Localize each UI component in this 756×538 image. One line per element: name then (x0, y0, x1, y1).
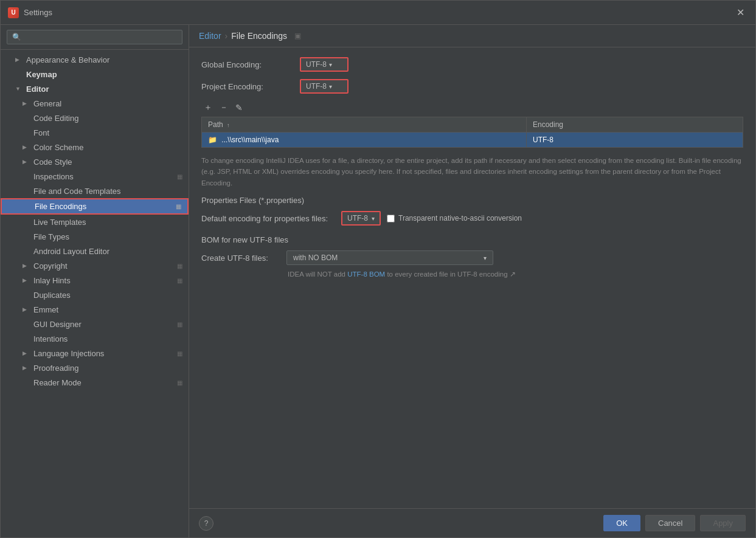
settings-icon: ▦ (177, 263, 182, 269)
sidebar-item-label: Code Style (33, 157, 182, 167)
sidebar-item-duplicates[interactable]: Duplicates (1, 288, 189, 302)
help-button[interactable]: ? (199, 516, 213, 531)
default-encoding-value: UTF-8 (347, 214, 368, 222)
breadcrumb-current: File Encodings (231, 31, 287, 41)
project-encoding-value: UTF-8 (306, 82, 327, 91)
bom-note: IDEA will NOT add UTF-8 BOM to every cre… (201, 270, 743, 278)
default-encoding-select[interactable]: UTF-8 ▾ (341, 211, 381, 226)
cancel-button[interactable]: Cancel (645, 515, 695, 531)
chevron-right-icon: ▶ (23, 263, 31, 269)
sidebar-item-android-layout[interactable]: Android Layout Editor (1, 244, 189, 258)
encoding-cell: UTF-8 (527, 133, 743, 148)
settings-icon: ▦ (176, 203, 181, 210)
sidebar-item-label: Proofreading (33, 364, 182, 373)
settings-icon: ▦ (177, 321, 182, 328)
table-row[interactable]: 📁 ...\\src\\main\\java UTF-8 (202, 133, 743, 148)
folder-icon: 📁 (208, 136, 217, 144)
sidebar-item-font[interactable]: Font (1, 125, 189, 140)
main-content: ▶ Appearance & Behavior Keymap ▼ Editor … (1, 25, 755, 537)
chevron-right-icon: ▶ (15, 57, 24, 63)
ok-button[interactable]: OK (603, 515, 640, 531)
encoding-column-header[interactable]: Encoding (527, 117, 743, 133)
chevron-down-icon: ▼ (15, 86, 24, 92)
project-encoding-label: Project Encoding: (201, 82, 293, 91)
chevron-right-icon: ▶ (23, 350, 31, 356)
chevron-right-icon: ▶ (23, 277, 31, 283)
bom-create-row: Create UTF-8 files: with NO BOM ▾ (201, 250, 743, 265)
sidebar-item-gui-designer[interactable]: GUI Designer ▦ (1, 317, 189, 331)
default-encoding-row: Default encoding for properties files: U… (201, 211, 743, 226)
bottom-left: ? (199, 516, 598, 531)
breadcrumb: Editor › File Encodings ▣ (199, 31, 301, 41)
chevron-right-icon: ▶ (23, 365, 31, 371)
sidebar-item-editor[interactable]: ▼ Editor (1, 81, 189, 96)
sidebar-item-keymap[interactable]: Keymap (1, 67, 189, 81)
sidebar-item-proofreading[interactable]: ▶ Proofreading (1, 360, 189, 375)
sidebar-item-live-templates[interactable]: Live Templates (1, 215, 189, 229)
remove-button[interactable]: － (217, 101, 231, 114)
bom-create-select[interactable]: with NO BOM ▾ (286, 250, 493, 265)
sidebar-item-inlay-hints[interactable]: ▶ Inlay Hints ▦ (1, 273, 189, 288)
sidebar-item-file-encodings[interactable]: File Encodings ▦ (1, 198, 189, 215)
edit-button[interactable]: ✎ (233, 102, 245, 114)
sidebar-item-label: Font (33, 128, 182, 137)
sidebar-item-appearance[interactable]: ▶ Appearance & Behavior (1, 52, 189, 67)
properties-section-title: Properties Files (*.properties) (201, 196, 743, 205)
settings-icon: ▦ (177, 277, 182, 284)
transparent-checkbox-row: Transparent native-to-ascii conversion (387, 214, 522, 222)
dropdown-arrow-icon: ▾ (484, 255, 487, 261)
sidebar-item-label: Language Injections (33, 349, 175, 358)
settings-panel: Editor › File Encodings ▣ Global Encodin… (189, 25, 755, 537)
apply-button[interactable]: Apply (700, 515, 746, 531)
sidebar-item-label: Live Templates (33, 218, 182, 227)
bom-link[interactable]: UTF-8 BOM (347, 271, 385, 278)
global-encoding-label: Global Encoding: (201, 60, 293, 69)
sidebar-item-label: Inspections (33, 172, 175, 181)
app-icon: U (8, 7, 19, 18)
sidebar-item-language-injections[interactable]: ▶ Language Injections ▦ (1, 346, 189, 360)
bom-create-value: with NO BOM (293, 253, 338, 262)
sidebar-item-emmet[interactable]: ▶ Emmet (1, 302, 189, 317)
sidebar-item-label: General (33, 99, 182, 108)
sidebar-item-general[interactable]: ▶ General (1, 96, 189, 111)
sidebar-item-code-editing[interactable]: Code Editing (1, 111, 189, 125)
sidebar-item-intentions[interactable]: Intentions (1, 331, 189, 346)
transparent-checkbox[interactable] (387, 215, 395, 222)
sidebar-item-label: Inlay Hints (33, 276, 175, 285)
sidebar-item-color-scheme[interactable]: ▶ Color Scheme (1, 140, 189, 154)
global-encoding-select[interactable]: UTF-8 ▾ (300, 57, 349, 72)
sidebar-item-copyright[interactable]: ▶ Copyright ▦ (1, 258, 189, 273)
sidebar-item-label: GUI Designer (33, 320, 175, 329)
sidebar-item-label: File Types (33, 232, 182, 241)
project-encoding-select[interactable]: UTF-8 ▾ (300, 79, 349, 94)
title-bar-left: U Settings (8, 7, 52, 18)
sidebar-item-label: Android Layout Editor (33, 247, 182, 256)
bottom-bar: ? OK Cancel Apply (189, 508, 755, 537)
breadcrumb-editor[interactable]: Editor (199, 31, 221, 41)
sidebar-item-reader-mode[interactable]: Reader Mode ▦ (1, 375, 189, 390)
breadcrumb-icon: ▣ (294, 32, 301, 40)
chevron-right-icon: ▶ (23, 306, 31, 312)
global-encoding-value: UTF-8 (306, 60, 327, 69)
global-encoding-row: Global Encoding: UTF-8 ▾ (201, 57, 743, 72)
info-text: To change encoding IntelliJ IDEA uses fo… (201, 155, 743, 188)
sidebar-item-label: File Encodings (35, 202, 173, 211)
sidebar-item-label: Code Editing (33, 114, 182, 123)
close-button[interactable]: ✕ (733, 5, 748, 19)
nav-list: ▶ Appearance & Behavior Keymap ▼ Editor … (1, 50, 189, 537)
sidebar-item-file-code-templates[interactable]: File and Code Templates (1, 184, 189, 198)
add-button[interactable]: ＋ (201, 101, 215, 114)
sidebar-item-code-style[interactable]: ▶ Code Style (1, 154, 189, 169)
sidebar-item-file-types[interactable]: File Types (1, 229, 189, 244)
bom-section: BOM for new UTF-8 files Create UTF-8 fil… (201, 235, 743, 278)
search-input[interactable] (7, 30, 182, 44)
sidebar-item-label: Color Scheme (33, 143, 182, 152)
sidebar-item-label: Emmet (33, 305, 182, 314)
chevron-right-icon: ▶ (23, 144, 31, 150)
path-encoding-table: Path ↑ Encoding 📁 ...\\src\\main\\java (201, 117, 743, 148)
project-encoding-row: Project Encoding: UTF-8 ▾ (201, 79, 743, 94)
path-cell: 📁 ...\\src\\main\\java (202, 133, 527, 148)
path-column-header[interactable]: Path ↑ (202, 117, 527, 133)
sidebar-item-inspections[interactable]: Inspections ▦ (1, 169, 189, 184)
note-prefix: IDEA will NOT add (288, 271, 347, 278)
